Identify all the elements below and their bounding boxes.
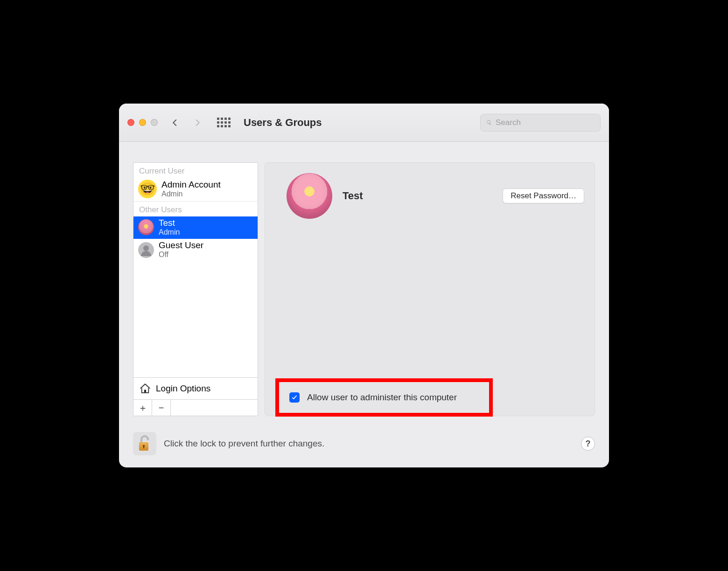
svg-rect-0 [144, 390, 146, 393]
forward-button[interactable] [189, 115, 205, 131]
search-field[interactable] [480, 114, 601, 132]
generic-person-avatar-icon [138, 242, 154, 258]
unlocked-padlock-icon [137, 434, 152, 453]
search-input[interactable] [496, 118, 595, 127]
system-preferences-window: Users & Groups Current User 🤓 Admin Acco… [119, 104, 609, 467]
minimize-window-button[interactable] [139, 119, 146, 126]
toolbar: Users & Groups [119, 104, 609, 142]
nerd-face-emoji-icon: 🤓 [138, 180, 157, 198]
svg-rect-4 [143, 446, 144, 448]
lock-button[interactable] [133, 432, 156, 455]
login-options-label: Login Options [156, 383, 210, 394]
current-user-row[interactable]: 🤓 Admin Account Admin [133, 178, 258, 201]
user-avatar-large[interactable] [287, 173, 332, 219]
add-user-button[interactable]: ＋ [133, 400, 152, 416]
question-mark-icon: ? [586, 439, 591, 449]
current-user-section-label: Current User [133, 163, 258, 178]
minus-icon: − [159, 403, 164, 413]
grid-icon [217, 118, 231, 127]
login-options-row[interactable]: Login Options [133, 377, 258, 399]
user-role-label: Admin [161, 190, 221, 198]
chevron-left-icon [171, 118, 179, 127]
checkmark-icon [291, 394, 298, 401]
back-button[interactable] [167, 115, 183, 131]
user-name-label: Admin Account [161, 180, 221, 190]
other-users-section-label: Other Users [133, 202, 258, 216]
window-title: Users & Groups [244, 117, 322, 129]
user-name-label: Test [159, 218, 180, 228]
detail-username-label: Test [343, 190, 363, 202]
flower-avatar-icon [138, 219, 154, 235]
footer-bar: Click the lock to prevent further change… [119, 423, 609, 467]
admin-checkbox[interactable] [289, 392, 300, 403]
zoom-window-button[interactable] [151, 119, 158, 126]
show-all-button[interactable] [216, 115, 231, 131]
content-area: Current User 🤓 Admin Account Admin Other… [119, 142, 609, 423]
user-name-label: Guest User [159, 241, 203, 251]
highlighted-admin-option: Allow user to administer this computer [275, 378, 493, 417]
user-list-sidebar: Current User 🤓 Admin Account Admin Other… [133, 162, 258, 416]
user-detail-panel: Test Reset Password… Allow user to admin… [265, 162, 595, 416]
user-row-guest[interactable]: Guest User Off [133, 239, 258, 261]
remove-user-button[interactable]: − [152, 400, 171, 416]
close-window-button[interactable] [127, 119, 134, 126]
window-controls [127, 119, 158, 126]
add-remove-bar: ＋ − [133, 399, 258, 416]
user-role-label: Off [159, 251, 203, 259]
lock-hint-text: Click the lock to prevent further change… [164, 439, 324, 449]
house-icon [139, 383, 151, 395]
admin-checkbox-label: Allow user to administer this computer [307, 392, 457, 403]
user-row-test[interactable]: Test Admin [133, 216, 258, 239]
user-role-label: Admin [159, 228, 180, 237]
chevron-right-icon [193, 118, 202, 127]
reset-password-button[interactable]: Reset Password… [503, 188, 584, 203]
search-icon [486, 118, 492, 126]
help-button[interactable]: ? [581, 437, 595, 451]
plus-icon: ＋ [138, 402, 147, 414]
